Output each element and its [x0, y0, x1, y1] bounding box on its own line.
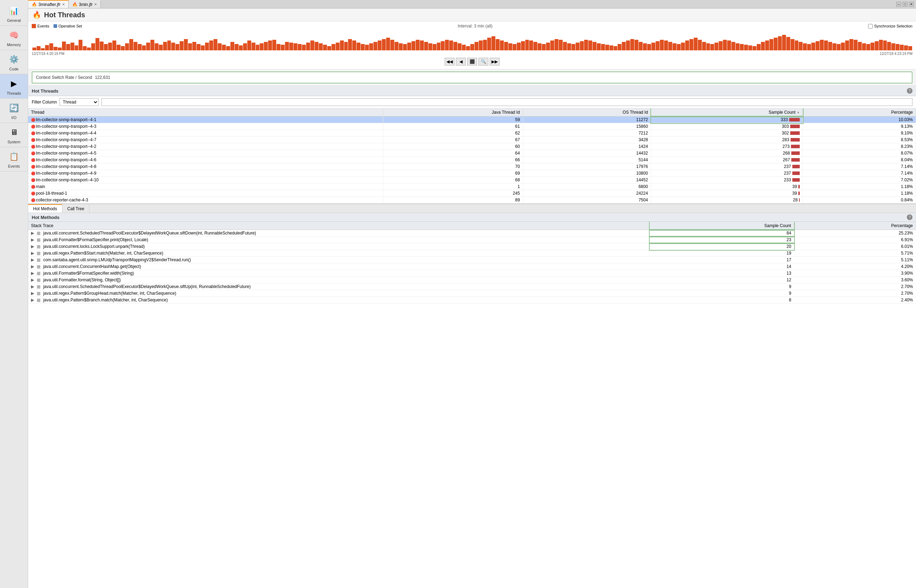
list-item[interactable]: ▶ ▦ java.util.regex.Pattern$Branch.match…: [28, 297, 916, 304]
list-item[interactable]: ▶ ▦ java.util.Formatter$FormatSpecifier.…: [28, 270, 916, 277]
stack-trace-cell: ▶ ▦ java.util.concurrent.locks.LockSuppo…: [28, 243, 650, 250]
filter-column-select[interactable]: Thread Java Thread Id OS Thread Id: [60, 98, 99, 106]
table-row[interactable]: 🔴lm-collector-snmp-transport--4-4 62 721…: [28, 130, 916, 137]
sample-count-bar-cell: 233: [654, 178, 800, 183]
table-row[interactable]: 🔴lm-collector-snmp-transport--4-10 68 14…: [28, 177, 916, 183]
chart-bar-125: [559, 40, 563, 50]
thread-name-cell: 🔴lm-collector-snmp-transport--4-3: [28, 123, 383, 130]
threads-icon: ▶: [7, 77, 21, 90]
list-item[interactable]: ▶ ▦ java.util.regex.Pattern$Start.match(…: [28, 250, 916, 257]
chart-bar-183: [803, 43, 807, 50]
list-item[interactable]: ▶ ▦ java.util.concurrent.locks.LockSuppo…: [28, 243, 916, 250]
hot-methods-help-icon[interactable]: ?: [907, 215, 913, 220]
java-id-cell: 66: [383, 157, 523, 163]
table-row[interactable]: 🔴lm-collector-snmp-transport--4-9 69 108…: [28, 170, 916, 177]
tab-3min[interactable]: 🔥 3min.jfr ✕: [69, 0, 101, 8]
filter-text-input[interactable]: [102, 98, 913, 106]
nav-zoom-button[interactable]: 🔍: [478, 58, 488, 66]
sidebar-item-events[interactable]: 📋 Events: [0, 147, 28, 171]
os-id-cell: 14432: [523, 150, 651, 157]
expand-arrow[interactable]: ▶: [31, 257, 34, 262]
sidebar-item-general[interactable]: 📊 General: [0, 2, 28, 26]
expand-arrow[interactable]: ▶: [31, 278, 34, 283]
chart-bar-131: [584, 40, 588, 50]
hot-threads-help-icon[interactable]: ?: [907, 88, 913, 94]
expand-arrow[interactable]: ▶: [31, 284, 34, 289]
col-header-os-id[interactable]: OS Thread Id: [523, 108, 651, 116]
table-row[interactable]: 🔴main 1 6800 39 1.18%: [28, 183, 916, 190]
percentage-cell: 8.04%: [803, 157, 916, 163]
list-item[interactable]: ▶ ▦ java.util.concurrent.ConcurrentHashM…: [28, 263, 916, 270]
list-item[interactable]: ▶ ▦ java.util.concurrent.ScheduledThread…: [28, 230, 916, 237]
sidebar-item-code[interactable]: ⚙️ Code: [0, 50, 28, 74]
sample-bar: [792, 178, 800, 182]
chart-bar-192: [841, 43, 845, 50]
list-item[interactable]: ▶ ▦ java.util.regex.Pattern$GroupHead.ma…: [28, 290, 916, 297]
minimize-button[interactable]: ─: [896, 2, 901, 7]
expand-arrow[interactable]: ▶: [31, 244, 34, 249]
main-content: 🔥 3minafter.jfr ✕ 🔥 3min.jfr ✕ ─ □ ✕ 🔥 H…: [28, 0, 916, 588]
nav-prev-button[interactable]: ◀: [456, 58, 466, 66]
table-row[interactable]: 🔴lm-collector-snmp-transport--4-8 70 179…: [28, 163, 916, 170]
col-header-sample-count[interactable]: Sample Count ▼: [651, 108, 803, 116]
chart-bar-23: [129, 39, 133, 50]
col-header-methods-percentage[interactable]: Percentage: [794, 222, 916, 230]
expand-arrow[interactable]: ▶: [31, 291, 34, 296]
chart-bar-150: [664, 40, 668, 50]
sync-checkbox-input[interactable]: [868, 24, 873, 29]
chart-bar-137: [610, 45, 613, 50]
nav-stop-button[interactable]: ⬛: [467, 58, 477, 66]
col-header-percentage[interactable]: Percentage: [803, 108, 916, 116]
expand-arrow[interactable]: ▶: [31, 251, 34, 255]
col-header-thread[interactable]: Thread: [28, 108, 383, 116]
chart-bar-165: [727, 40, 731, 50]
chart-bar-43: [214, 39, 217, 50]
chart-bar-7: [62, 42, 66, 50]
expand-arrow[interactable]: ▶: [31, 264, 34, 269]
col-header-java-id[interactable]: Java Thread Id: [383, 108, 523, 116]
stack-trace-cell: ▶ ▦ com.santaba.agent.util.snmp.LMUdpTra…: [28, 257, 650, 263]
expand-arrow[interactable]: ▶: [31, 231, 34, 236]
list-item[interactable]: ▶ ▦ java.util.Formatter.format(String, O…: [28, 277, 916, 283]
sync-selection-checkbox[interactable]: Synchronize Selection: [868, 24, 913, 29]
table-row[interactable]: 🔴lm-collector-snmp-transport--4-5 64 144…: [28, 150, 916, 157]
table-row[interactable]: 🔴lm-collector-snmp-transport--4-6 66 514…: [28, 157, 916, 163]
sidebar-item-io[interactable]: 🔄 I/O: [0, 99, 28, 123]
tab-hot-methods[interactable]: Hot Methods: [28, 204, 62, 213]
thread-icon: 🔴: [31, 118, 35, 122]
chart-bar-188: [824, 40, 828, 50]
nav-next-all-button[interactable]: ▶▶: [490, 58, 500, 66]
chart-bar-28: [151, 40, 154, 50]
table-row[interactable]: 🔴lm-collector-snmp-transport--4-3 61 158…: [28, 123, 916, 130]
tab-call-tree[interactable]: Call Tree: [62, 204, 89, 213]
tab-close-3minafter[interactable]: ✕: [62, 2, 65, 6]
list-item[interactable]: ▶ ▦ com.santaba.agent.util.snmp.LMUdpTra…: [28, 257, 916, 263]
close-window-button[interactable]: ✕: [909, 2, 914, 7]
nav-prev-all-button[interactable]: ◀◀: [445, 58, 455, 66]
chart-container[interactable]: [32, 30, 913, 51]
table-row[interactable]: 🔴lm-collector-snmp-transport--4-2 60 142…: [28, 143, 916, 150]
sidebar-item-memory[interactable]: 🧠 Memory: [0, 26, 28, 50]
col-header-stack[interactable]: Stack Trace: [28, 222, 650, 230]
expand-arrow[interactable]: ▶: [31, 271, 34, 276]
table-row[interactable]: 🔴lm-collector-snmp-transport--4-7 67 342…: [28, 137, 916, 143]
sidebar-item-threads[interactable]: ▶ Threads: [0, 74, 28, 99]
tab-3minafter[interactable]: 🔥 3minafter.jfr ✕: [28, 0, 69, 8]
percentage-cell: 1.18%: [803, 183, 916, 190]
chart-bar-180: [791, 39, 795, 50]
sidebar-item-system[interactable]: 🖥 System: [0, 123, 28, 147]
table-row[interactable]: 🔴pool-18-thread-1 245 24224 39 1.18%: [28, 190, 916, 197]
sample-count-cell: 302: [651, 130, 803, 137]
table-row[interactable]: 🔴lm-collector-snmp-transport--4-1 59 112…: [28, 116, 916, 123]
list-item[interactable]: ▶ ▦ java.util.concurrent.ScheduledThread…: [28, 283, 916, 290]
col-header-methods-sample-count[interactable]: Sample Count: [650, 222, 794, 230]
tab-close-3min[interactable]: ✕: [94, 2, 97, 6]
expand-arrow[interactable]: ▶: [31, 297, 34, 302]
chart-bar-151: [668, 42, 672, 50]
maximize-button[interactable]: □: [903, 2, 908, 7]
list-item[interactable]: ▶ ▦ java.util.Formatter$FormatSpecifier.…: [28, 237, 916, 243]
stack-icon: ▦: [37, 284, 40, 289]
table-row[interactable]: 🔴collector-reporter-cache-4-3 89 7504 28…: [28, 197, 916, 204]
method-sample-count-cell: 8: [650, 297, 794, 304]
expand-arrow[interactable]: ▶: [31, 237, 34, 242]
